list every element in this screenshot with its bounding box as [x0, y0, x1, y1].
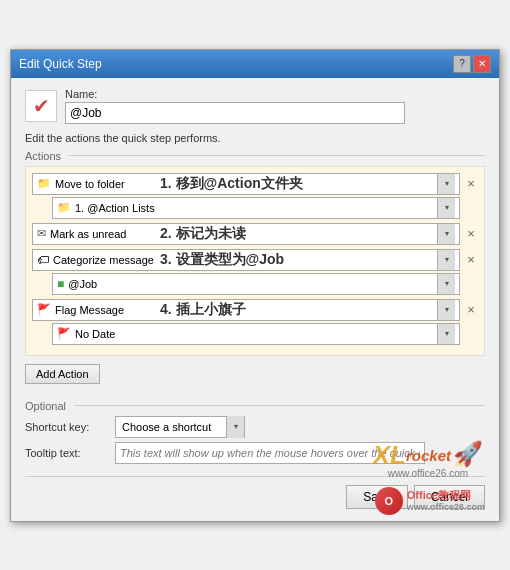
optional-section: Optional Shortcut key: Choose a shortcut… [25, 400, 485, 464]
shortcut-dropdown-arrow[interactable]: ▾ [226, 416, 244, 438]
add-action-button[interactable]: Add Action [25, 364, 100, 384]
name-label: Name: [65, 88, 405, 100]
sub-folder-icon-1: 📁 [57, 201, 71, 214]
sub-select-box-3[interactable]: ■ @Job ▾ [52, 273, 460, 295]
action-group-flag: 🚩 Flag Message ▾ × 4. 插上小旗子 🚩 No D [32, 299, 478, 345]
flag-icon-4: 🚩 [37, 303, 51, 316]
remove-action-4[interactable]: × [464, 302, 478, 317]
title-bar: Edit Quick Step ? ✕ [11, 50, 499, 78]
remove-action-1[interactable]: × [464, 176, 478, 191]
action-label-categorize: Categorize message [53, 254, 154, 266]
close-button[interactable]: ✕ [473, 55, 491, 73]
dropdown-arrow-2[interactable]: ▾ [437, 224, 455, 244]
remove-action-3[interactable]: × [464, 252, 478, 267]
sub-select-action-3: ■ @Job ▾ [52, 273, 460, 295]
edit-quick-step-dialog: Edit Quick Step ? ✕ ✔ Name: Edit the act… [10, 49, 500, 522]
cancel-button[interactable]: Cancel [414, 485, 485, 509]
action-group-move-to-folder: 📁 Move to folder ▾ × 1. 移到@Action文件夹 📁 [32, 173, 478, 219]
sub-dropdown-arrow-3[interactable]: ▾ [437, 274, 455, 294]
action-label-flag: Flag Message [55, 304, 124, 316]
action-select-inner-3: 🏷 Categorize message [37, 253, 154, 267]
title-bar-buttons: ? ✕ [453, 55, 491, 73]
shortcut-key-label: Shortcut key: [25, 421, 115, 433]
action-label-move-to-folder: Move to folder [55, 178, 125, 190]
tooltip-label: Tooltip text: [25, 447, 115, 459]
action-select-categorize[interactable]: 🏷 Categorize message ▾ [32, 249, 460, 271]
action-label-mark-unread: Mark as unread [50, 228, 126, 240]
action-group-categorize: 🏷 Categorize message ▾ × 3. 设置类型为@Job ■ [32, 249, 478, 295]
dropdown-arrow-4[interactable]: ▾ [437, 300, 455, 320]
sub-label-4: No Date [75, 328, 115, 340]
name-input[interactable] [65, 102, 405, 124]
action-row-flag: 🚩 Flag Message ▾ × 4. 插上小旗子 [32, 299, 478, 321]
sub-color-icon-3: ■ [57, 277, 64, 291]
categorize-icon-3: 🏷 [37, 253, 49, 267]
quick-step-icon: ✔ [25, 90, 57, 122]
help-button[interactable]: ? [453, 55, 471, 73]
sub-label-3: @Job [68, 278, 97, 290]
sub-select-box-1[interactable]: 📁 1. @Action Lists ▾ [52, 197, 460, 219]
footer-row: Save Cancel [25, 476, 485, 509]
check-icon: ✔ [33, 94, 50, 118]
sub-inner-3: ■ @Job [57, 277, 97, 291]
dialog-body: ✔ Name: Edit the actions the quick step … [11, 78, 499, 521]
dropdown-arrow-3[interactable]: ▾ [437, 250, 455, 270]
actions-section-label: Actions [25, 150, 485, 162]
sub-inner-4: 🚩 No Date [57, 327, 115, 340]
action-select-move-to-folder[interactable]: 📁 Move to folder ▾ [32, 173, 460, 195]
action-select-inner: 📁 Move to folder [37, 177, 125, 190]
action-row-categorize: 🏷 Categorize message ▾ × 3. 设置类型为@Job [32, 249, 478, 271]
optional-section-label: Optional [25, 400, 485, 412]
action-select-flag[interactable]: 🚩 Flag Message ▾ [32, 299, 460, 321]
sub-dropdown-arrow-4[interactable]: ▾ [437, 324, 455, 344]
sub-dropdown-arrow-1[interactable]: ▾ [437, 198, 455, 218]
folder-icon-1: 📁 [37, 177, 51, 190]
save-button[interactable]: Save [346, 485, 407, 509]
tooltip-row: Tooltip text: [25, 442, 485, 464]
sub-select-action-4: 🚩 No Date ▾ [52, 323, 460, 345]
mail-icon-2: ✉ [37, 227, 46, 240]
name-row: ✔ Name: [25, 88, 485, 124]
sub-select-box-4[interactable]: 🚩 No Date ▾ [52, 323, 460, 345]
remove-action-2[interactable]: × [464, 226, 478, 241]
actions-area: 📁 Move to folder ▾ × 1. 移到@Action文件夹 📁 [25, 166, 485, 356]
dropdown-arrow-1[interactable]: ▾ [437, 174, 455, 194]
sub-flag-icon-4: 🚩 [57, 327, 71, 340]
action-row-mark-unread: ✉ Mark as unread ▾ × 2. 标记为未读 [32, 223, 478, 245]
shortcut-select[interactable]: Choose a shortcut ▾ [115, 416, 245, 438]
shortcut-value: Choose a shortcut [116, 421, 226, 433]
add-action-row: Add Action [25, 364, 485, 392]
action-select-inner-4: 🚩 Flag Message [37, 303, 124, 316]
sub-inner-1: 📁 1. @Action Lists [57, 201, 155, 214]
action-select-inner-2: ✉ Mark as unread [37, 227, 126, 240]
name-field-group: Name: [65, 88, 405, 124]
tooltip-input[interactable] [115, 442, 425, 464]
sub-label-1: 1. @Action Lists [75, 202, 155, 214]
sub-select-action-1: 📁 1. @Action Lists ▾ [52, 197, 460, 219]
action-row-move-to-folder: 📁 Move to folder ▾ × 1. 移到@Action文件夹 [32, 173, 478, 195]
dialog-title: Edit Quick Step [19, 57, 102, 71]
shortcut-row: Shortcut key: Choose a shortcut ▾ [25, 416, 485, 438]
action-group-mark-unread: ✉ Mark as unread ▾ × 2. 标记为未读 [32, 223, 478, 245]
edit-description: Edit the actions the quick step performs… [25, 132, 485, 144]
action-select-mark-unread[interactable]: ✉ Mark as unread ▾ [32, 223, 460, 245]
